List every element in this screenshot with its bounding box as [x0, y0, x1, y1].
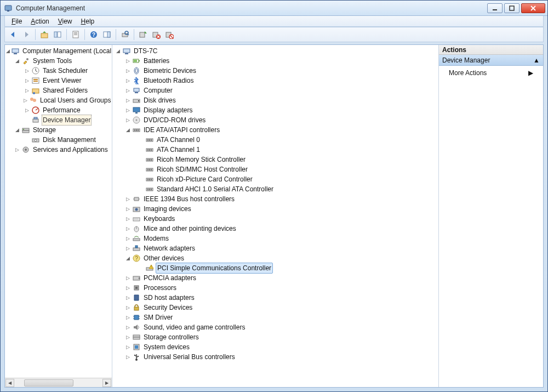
action-pane-button[interactable]: [101, 29, 113, 41]
tree-expand-icon[interactable]: ▷: [24, 97, 27, 104]
tree-local-users[interactable]: ▷Local Users and Groups: [5, 95, 112, 105]
tree-collapse-icon[interactable]: ◢: [6, 48, 10, 54]
tree-expand-icon[interactable]: ▷: [24, 87, 30, 94]
device-node-biometric[interactable]: ▷Biometric Devices: [112, 66, 438, 76]
tree-expand-icon[interactable]: ▷: [124, 77, 131, 84]
scan-hardware-button[interactable]: [119, 29, 131, 41]
device-node-computer[interactable]: ▷Computer: [112, 86, 438, 95]
device-node-ricohMs[interactable]: Ricoh Memory Stick Controller: [112, 155, 438, 164]
device-node-network[interactable]: ▷Network adapters: [112, 243, 438, 253]
tree-shared-folders[interactable]: ▷Shared Folders: [5, 86, 112, 95]
tree-expand-icon[interactable]: ▷: [124, 107, 131, 113]
maximize-button[interactable]: [504, 3, 520, 13]
device-node-diskdrives[interactable]: ▷Disk drives: [112, 95, 438, 105]
tree-storage[interactable]: ◢Storage: [5, 125, 112, 135]
tree-expand-icon[interactable]: ▷: [124, 334, 131, 340]
tree-expand-icon[interactable]: ▷: [124, 275, 131, 281]
device-node-imaging[interactable]: ▷Imaging devices: [112, 204, 438, 214]
tree-expand-icon[interactable]: ▷: [124, 245, 131, 252]
device-node-bluetooth[interactable]: ▷Bluetooth Radios: [112, 76, 438, 86]
device-node-ricohXd[interactable]: Ricoh xD-Picture Card Controller: [112, 174, 438, 184]
tree-collapse-icon[interactable]: ◢: [124, 255, 131, 262]
device-node-ide[interactable]: ◢IDE ATA/ATAPI controllers: [112, 125, 438, 135]
forward-button[interactable]: [20, 29, 32, 41]
device-node-ahci[interactable]: Standard AHCI 1.0 Serial ATA Controller: [112, 184, 438, 194]
tree-services-apps[interactable]: ▷Services and Applications: [5, 145, 112, 155]
device-node-sysdev[interactable]: ▷System devices: [112, 342, 438, 352]
device-node-pcmcia[interactable]: ▷PCMCIA adapters: [112, 273, 438, 283]
tree-event-viewer[interactable]: ▷Event Viewer: [5, 76, 112, 86]
tree-expand-icon[interactable]: ▷: [124, 314, 131, 321]
up-button[interactable]: [38, 29, 50, 41]
scroll-thumb[interactable]: [24, 379, 73, 387]
menu-help[interactable]: Help: [77, 16, 99, 26]
device-node-processors[interactable]: ▷Processors: [112, 283, 438, 293]
tree-expand-icon[interactable]: ▷: [124, 87, 131, 94]
tree-expand-icon[interactable]: ▷: [124, 97, 131, 104]
device-node-sound[interactable]: ▷Sound, video and game controllers: [112, 322, 438, 332]
minimize-button[interactable]: [487, 3, 503, 13]
scroll-left-button[interactable]: ◀: [5, 379, 14, 387]
tree-expand-icon[interactable]: ▷: [14, 146, 20, 153]
tree-expand-icon[interactable]: ▷: [124, 215, 131, 222]
device-node-ieee1394[interactable]: ▷IEEE 1394 Bus host controllers: [112, 194, 438, 204]
tree-expand-icon[interactable]: ▷: [124, 235, 131, 242]
tree-expand-icon[interactable]: ▷: [124, 117, 131, 123]
scroll-right-button[interactable]: ▶: [102, 379, 111, 387]
tree-system-tools[interactable]: ◢ System Tools: [5, 56, 112, 66]
menu-file[interactable]: File: [7, 16, 26, 26]
tree-expand-icon[interactable]: ▷: [24, 107, 30, 113]
device-node-storageCtl[interactable]: ▷Storage controllers: [112, 332, 438, 342]
device-node-smdriver[interactable]: ▷SM Driver: [112, 313, 438, 322]
menu-action[interactable]: Action: [26, 16, 53, 26]
device-node-displayAdapters[interactable]: ▷Display adapters: [112, 105, 438, 115]
tree-expand-icon[interactable]: ▷: [124, 354, 131, 360]
tree-expand-icon[interactable]: ▷: [124, 304, 131, 311]
device-node-security[interactable]: ▷Security Devices: [112, 303, 438, 313]
tree-expand-icon[interactable]: ▷: [24, 67, 30, 74]
device-node-ata1[interactable]: ATA Channel 1: [112, 145, 438, 155]
more-actions-item[interactable]: More Actions ▶: [439, 66, 543, 80]
horizontal-scrollbar[interactable]: ◀ ▶: [5, 378, 112, 387]
device-node-sdhost[interactable]: ▷SD host adapters: [112, 293, 438, 303]
tree-expand-icon[interactable]: ▷: [124, 225, 131, 232]
device-node-keyboards[interactable]: ▷Keyboards: [112, 214, 438, 224]
tree-expand-icon[interactable]: ▷: [124, 67, 131, 74]
tree-task-scheduler[interactable]: ▷Task Scheduler: [5, 66, 112, 76]
uninstall-button[interactable]: [150, 29, 162, 41]
device-node-dvd[interactable]: ▷DVD/CD-ROM drives: [112, 115, 438, 125]
menu-view[interactable]: View: [54, 16, 77, 26]
properties-button[interactable]: [70, 29, 82, 41]
show-hide-tree-button[interactable]: [52, 29, 64, 41]
device-tree[interactable]: ◢DTS-7C▷Batteries▷Biometric Devices▷Blue…: [112, 45, 438, 387]
device-node-modems[interactable]: ▷Modems: [112, 234, 438, 243]
disable-button[interactable]: [163, 29, 175, 41]
back-button[interactable]: [7, 29, 19, 41]
device-node-usb[interactable]: ▷Universal Serial Bus controllers: [112, 352, 438, 362]
tree-expand-icon[interactable]: ▷: [124, 206, 131, 212]
device-node-ricohSd[interactable]: Ricoh SD/MMC Host Controller: [112, 164, 438, 174]
tree-root[interactable]: ◢ Computer Management (Local: [5, 46, 112, 56]
tree-expand-icon[interactable]: ▷: [124, 58, 131, 64]
tree-expand-icon[interactable]: ▷: [124, 294, 131, 301]
help-button[interactable]: ?: [88, 29, 100, 41]
update-driver-button[interactable]: [137, 29, 149, 41]
tree-expand-icon[interactable]: ▷: [124, 285, 131, 291]
tree-collapse-icon[interactable]: ◢: [124, 127, 131, 133]
device-node-otherDevices[interactable]: ◢?Other devices: [112, 253, 438, 263]
tree-collapse-icon[interactable]: ◢: [14, 58, 20, 64]
tree-expand-icon[interactable]: ▷: [124, 324, 131, 331]
device-node-mice[interactable]: ▷Mice and other pointing devices: [112, 224, 438, 234]
tree-expand-icon[interactable]: ▷: [24, 77, 30, 84]
device-node-root[interactable]: ◢DTS-7C: [112, 46, 438, 56]
close-button[interactable]: [521, 3, 545, 13]
actions-section[interactable]: Device Manager ▲: [439, 55, 543, 66]
console-tree[interactable]: ◢ Computer Management (Local ◢ System To…: [5, 45, 112, 378]
device-node-batteries[interactable]: ▷Batteries: [112, 56, 438, 66]
device-node-ata0[interactable]: ATA Channel 0: [112, 135, 438, 145]
tree-disk-management[interactable]: Disk Management: [5, 135, 112, 145]
tree-expand-icon[interactable]: ▷: [124, 196, 131, 202]
tree-collapse-icon[interactable]: ◢: [115, 48, 121, 54]
tree-device-manager[interactable]: Device Manager: [5, 115, 112, 125]
tree-collapse-icon[interactable]: ◢: [14, 127, 20, 133]
